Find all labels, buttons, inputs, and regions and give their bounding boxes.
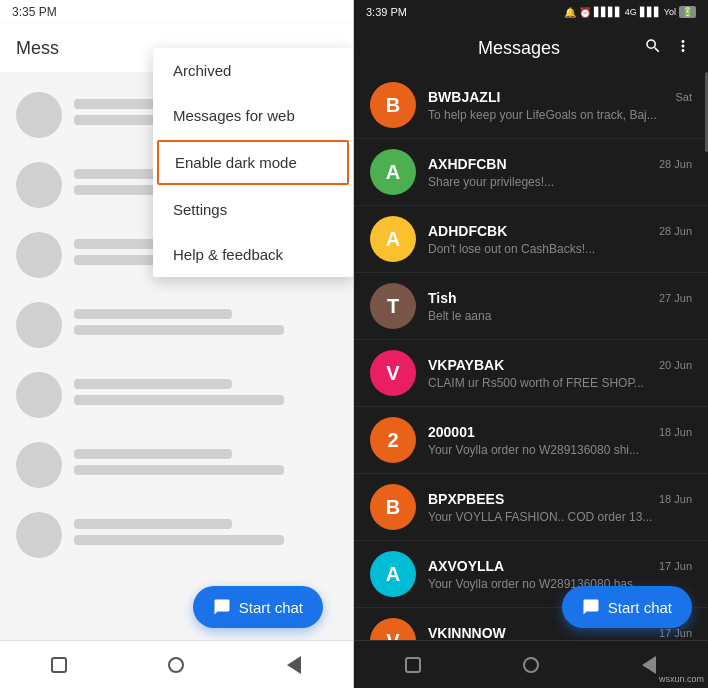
msg-date: 20 Jun [659, 359, 692, 371]
nav-home-right[interactable] [519, 653, 543, 677]
msg-date: 18 Jun [659, 426, 692, 438]
dropdown-settings[interactable]: Settings [153, 187, 353, 232]
text-line [74, 325, 284, 335]
dropdown-enable-dark-mode[interactable]: Enable dark mode [157, 140, 349, 185]
avatar [16, 162, 62, 208]
msg-content: BWBJAZLI Sat To help keep your LifeGoals… [428, 89, 692, 122]
avatar [16, 92, 62, 138]
msg-header: BPXPBEES 18 Jun [428, 491, 692, 507]
msg-content: ADHDFCBK 28 Jun Don't lose out on CashBa… [428, 223, 692, 256]
message-list-item[interactable]: A AXHDFCBN 28 Jun Share your privileges!… [354, 139, 708, 206]
message-list-item[interactable]: T Tish 27 Jun Belt le aana [354, 273, 708, 340]
msg-date: 17 Jun [659, 627, 692, 639]
msg-header: AXHDFCBN 28 Jun [428, 156, 692, 172]
msg-name: 200001 [428, 424, 475, 440]
msg-name: AXVOYLLA [428, 558, 504, 574]
avatar: B [370, 484, 416, 530]
msg-date: 28 Jun [659, 158, 692, 170]
msg-preview: Belt le aana [428, 309, 692, 323]
text-lines [74, 379, 337, 411]
search-icon[interactable] [644, 37, 662, 60]
phone-left: 3:35 PM Mess [0, 0, 354, 688]
avatar [16, 372, 62, 418]
right-top-bar: Messages [354, 24, 708, 72]
msg-name: BWBJAZLI [428, 89, 500, 105]
dropdown-help-feedback[interactable]: Help & feedback [153, 232, 353, 277]
right-time: 3:39 PM [366, 6, 407, 18]
msg-date: 27 Jun [659, 292, 692, 304]
nav-square-left[interactable] [47, 653, 71, 677]
message-list-item[interactable]: V VKPAYBAK 20 Jun CLAIM ur Rs500 worth o… [354, 340, 708, 407]
chat-icon-right [582, 598, 600, 616]
left-bottom-nav [0, 640, 353, 688]
notification-icon: 🔔 [564, 7, 576, 18]
right-top-bar-icons [644, 37, 692, 60]
message-list-item[interactable]: B BWBJAZLI Sat To help keep your LifeGoa… [354, 72, 708, 139]
text-lines [74, 449, 337, 481]
message-list-item[interactable]: 2 200001 18 Jun Your Voylla order no W28… [354, 407, 708, 474]
signal-bars: ▋▋▋▋ [594, 7, 622, 17]
avatar: 2 [370, 417, 416, 463]
avatar: V [370, 350, 416, 396]
msg-preview: Your VOYLLA FASHION.. COD order 13... [428, 510, 692, 524]
dropdown-archived[interactable]: Archived [153, 48, 353, 93]
msg-header: VKPAYBAK 20 Jun [428, 357, 692, 373]
left-app-title: Mess [16, 38, 59, 59]
battery-icon: 🔋 [679, 6, 696, 18]
alarm-icon: ⏰ [579, 7, 591, 18]
msg-content: AXHDFCBN 28 Jun Share your privileges!..… [428, 156, 692, 189]
msg-preview: CLAIM ur Rs500 worth of FREE SHOP... [428, 376, 692, 390]
msg-name: Tish [428, 290, 457, 306]
avatar [16, 232, 62, 278]
msg-header: Tish 27 Jun [428, 290, 692, 306]
text-line [74, 395, 284, 405]
more-vert-icon[interactable] [674, 37, 692, 60]
nav-square-right[interactable] [401, 653, 425, 677]
avatar: B [370, 82, 416, 128]
text-line [74, 449, 232, 459]
message-list-item[interactable]: B BPXPBEES 18 Jun Your VOYLLA FASHION.. … [354, 474, 708, 541]
text-line [74, 309, 232, 319]
right-status-bar: 3:39 PM 🔔 ⏰ ▋▋▋▋ 4G ▋▋▋ Yol 🔋 [354, 0, 708, 24]
nav-back-left[interactable] [282, 653, 306, 677]
msg-date: 18 Jun [659, 493, 692, 505]
avatar: A [370, 216, 416, 262]
avatar: V [370, 618, 416, 640]
nav-back-right[interactable] [637, 653, 661, 677]
start-chat-label-right: Start chat [608, 599, 672, 616]
text-line [74, 465, 284, 475]
avatar: A [370, 551, 416, 597]
msg-header: ADHDFCBK 28 Jun [428, 223, 692, 239]
text-lines [74, 309, 337, 341]
msg-name: VKPAYBAK [428, 357, 504, 373]
text-line [74, 519, 232, 529]
dropdown-messages-for-web[interactable]: Messages for web [153, 93, 353, 138]
avatar [16, 302, 62, 348]
msg-preview: Don't lose out on CashBacks!... [428, 242, 692, 256]
msg-header: AXVOYLLA 17 Jun [428, 558, 692, 574]
nav-home-left[interactable] [164, 653, 188, 677]
start-chat-button-right[interactable]: Start chat [562, 586, 692, 628]
right-bottom-nav [354, 640, 708, 688]
chat-icon [213, 598, 231, 616]
signal-bars2: ▋▋▋ [640, 7, 661, 17]
message-list[interactable]: B BWBJAZLI Sat To help keep your LifeGoa… [354, 72, 708, 640]
msg-header: 200001 18 Jun [428, 424, 692, 440]
start-chat-label-left: Start chat [239, 599, 303, 616]
4g-label: 4G [625, 7, 637, 17]
msg-date: Sat [675, 91, 692, 103]
message-list-item[interactable]: A ADHDFCBK 28 Jun Don't lose out on Cash… [354, 206, 708, 273]
msg-content: Tish 27 Jun Belt le aana [428, 290, 692, 323]
dropdown-menu: Archived Messages for web Enable dark mo… [153, 48, 353, 277]
text-lines [74, 519, 337, 551]
avatar: T [370, 283, 416, 329]
msg-name: ADHDFCBK [428, 223, 507, 239]
msg-content: BPXPBEES 18 Jun Your VOYLLA FASHION.. CO… [428, 491, 692, 524]
avatar [16, 442, 62, 488]
msg-preview: To help keep your LifeGoals on track, Ba… [428, 108, 692, 122]
msg-preview: Share your privileges!... [428, 175, 692, 189]
phone-right: 3:39 PM 🔔 ⏰ ▋▋▋▋ 4G ▋▋▋ Yol 🔋 Messages [354, 0, 708, 688]
msg-date: 28 Jun [659, 225, 692, 237]
start-chat-button-left[interactable]: Start chat [193, 586, 323, 628]
msg-name: VKINNNOW [428, 625, 506, 641]
